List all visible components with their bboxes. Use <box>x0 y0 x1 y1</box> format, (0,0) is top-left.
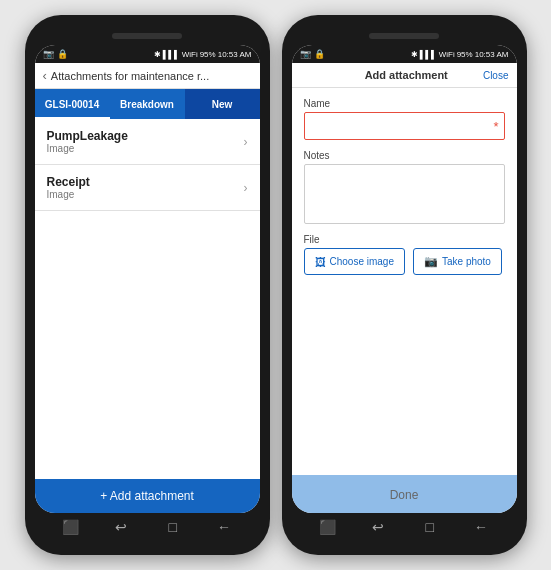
take-photo-button[interactable]: 📷 Take photo <box>413 248 502 275</box>
status-right-info: ✱ ▌▌▌ WiFi 95% 10:53 AM <box>154 50 252 59</box>
left-screen: 📷 🔒 ✱ ▌▌▌ WiFi 95% 10:53 AM ‹ Attachment… <box>35 45 260 513</box>
form-header: Add attachment Close <box>292 63 517 88</box>
form-body: Name * Notes File 🖼 Choose image <box>292 88 517 475</box>
right-battery-level: 95% <box>457 50 473 59</box>
file-buttons-container: 🖼 Choose image 📷 Take photo <box>304 248 505 275</box>
pump-leakage-sub: Image <box>47 143 128 154</box>
left-notch <box>112 33 182 39</box>
notes-field-group: Notes <box>304 150 505 224</box>
required-star-icon: * <box>493 119 498 134</box>
close-button[interactable]: Close <box>483 70 509 81</box>
right-camera-icon: 📷 <box>300 49 311 59</box>
back-header[interactable]: ‹ Attachments for maintenance r... <box>35 63 260 89</box>
battery-level: 95% <box>200 50 216 59</box>
tab-glsi[interactable]: GLSI-00014 <box>35 89 110 119</box>
list-item[interactable]: PumpLeakage Image › <box>35 119 260 165</box>
tab-new[interactable]: New <box>185 89 260 119</box>
right-home-icon[interactable]: □ <box>422 519 438 535</box>
tab-glsi-label: GLSI-00014 <box>45 99 99 110</box>
right-return-icon[interactable]: ↩ <box>370 519 386 535</box>
wifi-icon: WiFi <box>182 50 198 59</box>
receipt-item-text: Receipt Image <box>47 175 90 200</box>
form-footer: Done <box>292 475 517 513</box>
tab-new-label: New <box>212 99 233 110</box>
left-bottom-nav: ⬛ ↩ □ ← <box>35 513 260 541</box>
right-time-display: 10:53 AM <box>475 50 509 59</box>
form-header-title: Add attachment <box>330 69 483 81</box>
right-recent-icon[interactable]: ⬛ <box>319 519 335 535</box>
camera-btn-icon: 📷 <box>424 255 438 268</box>
lock-icon: 🔒 <box>57 49 68 59</box>
image-icon: 🖼 <box>315 256 326 268</box>
right-bluetooth-icon: ✱ <box>411 50 418 59</box>
tab-bar: GLSI-00014 Breakdown New <box>35 89 260 119</box>
pump-leakage-item-text: PumpLeakage Image <box>47 129 128 154</box>
right-phone: 📷 🔒 ✱ ▌▌▌ WiFi 95% 10:53 AM Add attachme… <box>282 15 527 555</box>
right-bottom-nav: ⬛ ↩ □ ← <box>292 513 517 541</box>
right-wifi-icon: WiFi <box>439 50 455 59</box>
name-field-group: Name * <box>304 98 505 140</box>
tab-breakdown-label: Breakdown <box>120 99 174 110</box>
notes-label: Notes <box>304 150 505 161</box>
name-label: Name <box>304 98 505 109</box>
notes-textarea[interactable] <box>304 164 505 224</box>
home-icon[interactable]: □ <box>165 519 181 535</box>
right-status-right: ✱ ▌▌▌ WiFi 95% 10:53 AM <box>411 50 509 59</box>
right-status-bar: 📷 🔒 ✱ ▌▌▌ WiFi 95% 10:53 AM <box>292 45 517 63</box>
back-arrow-icon[interactable]: ‹ <box>43 68 47 83</box>
back-nav-icon[interactable]: ← <box>216 519 232 535</box>
left-phone: 📷 🔒 ✱ ▌▌▌ WiFi 95% 10:53 AM ‹ Attachment… <box>25 15 270 555</box>
return-icon[interactable]: ↩ <box>113 519 129 535</box>
name-input[interactable] <box>304 112 505 140</box>
done-button[interactable]: Done <box>390 488 419 502</box>
right-lock-icon: 🔒 <box>314 49 325 59</box>
back-title: Attachments for maintenance r... <box>51 70 209 82</box>
chevron-right-icon: › <box>244 181 248 195</box>
chevron-right-icon: › <box>244 135 248 149</box>
list-item[interactable]: Receipt Image › <box>35 165 260 211</box>
tab-breakdown[interactable]: Breakdown <box>110 89 185 119</box>
right-status-left: 📷 🔒 <box>300 49 325 59</box>
status-left-icons: 📷 🔒 <box>43 49 68 59</box>
pump-leakage-name: PumpLeakage <box>47 129 128 143</box>
file-label: File <box>304 234 505 245</box>
bluetooth-icon: ✱ <box>154 50 161 59</box>
name-input-wrapper: * <box>304 112 505 140</box>
left-status-bar: 📷 🔒 ✱ ▌▌▌ WiFi 95% 10:53 AM <box>35 45 260 63</box>
receipt-name: Receipt <box>47 175 90 189</box>
attachment-list: PumpLeakage Image › Receipt Image › <box>35 119 260 479</box>
file-field-group: File 🖼 Choose image 📷 Take photo <box>304 234 505 275</box>
time-display: 10:53 AM <box>218 50 252 59</box>
receipt-sub: Image <box>47 189 90 200</box>
recent-apps-icon[interactable]: ⬛ <box>62 519 78 535</box>
right-notch <box>369 33 439 39</box>
signal-icon: ▌▌▌ <box>163 50 180 59</box>
add-attachment-label: + Add attachment <box>100 489 194 503</box>
choose-image-button[interactable]: 🖼 Choose image <box>304 248 405 275</box>
camera-icon: 📷 <box>43 49 54 59</box>
add-attachment-button[interactable]: + Add attachment <box>35 479 260 513</box>
right-screen: 📷 🔒 ✱ ▌▌▌ WiFi 95% 10:53 AM Add attachme… <box>292 45 517 513</box>
take-photo-label: Take photo <box>442 256 491 267</box>
right-signal-icon: ▌▌▌ <box>420 50 437 59</box>
right-back-icon[interactable]: ← <box>473 519 489 535</box>
choose-image-label: Choose image <box>330 256 394 267</box>
